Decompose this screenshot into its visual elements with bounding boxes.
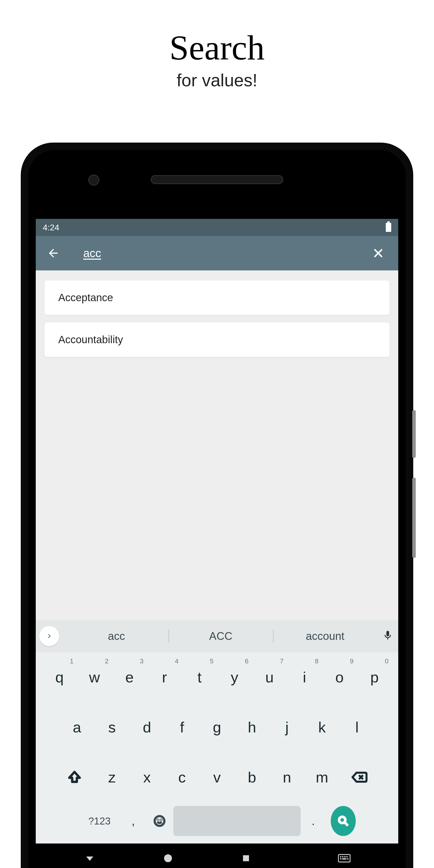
phone-side-button — [412, 478, 416, 558]
key-o[interactable]: o9 — [322, 656, 357, 699]
chevron-right-icon — [45, 632, 54, 640]
status-time: 4:24 — [43, 223, 59, 232]
key-shift[interactable] — [55, 756, 95, 799]
key-u[interactable]: u7 — [252, 656, 287, 699]
status-bar: 4:24 — [36, 219, 398, 236]
key-q[interactable]: q1 — [42, 656, 77, 699]
key-emoji[interactable] — [146, 806, 173, 836]
svg-rect-5 — [243, 855, 249, 861]
nav-recents[interactable] — [238, 851, 254, 866]
shift-icon — [67, 770, 81, 784]
close-icon — [372, 247, 384, 259]
phone-speaker — [151, 175, 283, 184]
key-comma[interactable]: , — [121, 806, 146, 836]
page-title: Search — [0, 28, 434, 68]
key-h[interactable]: h — [234, 706, 269, 748]
key-i[interactable]: i8 — [287, 656, 322, 699]
svg-rect-8 — [342, 856, 343, 858]
key-l[interactable]: l — [339, 706, 374, 748]
keyboard-row: z x c v b n m — [38, 756, 396, 799]
search-icon — [337, 815, 349, 827]
phone-side-button — [412, 410, 416, 458]
key-y[interactable]: y6 — [217, 656, 252, 699]
key-e[interactable]: e3 — [112, 656, 147, 699]
nav-back[interactable] — [82, 851, 97, 866]
square-icon — [241, 854, 251, 863]
key-period[interactable]: . — [301, 806, 326, 836]
clear-search-button[interactable] — [371, 246, 386, 261]
phone-frame: 4:24 acc Acceptance Accountability — [21, 143, 413, 868]
key-m[interactable]: m — [304, 756, 339, 799]
key-a[interactable]: a — [60, 706, 95, 748]
suggestion[interactable]: acc — [64, 627, 168, 645]
emoji-icon — [153, 814, 166, 828]
keyboard-row: ?123 , . — [38, 806, 396, 836]
microphone-icon — [382, 630, 393, 641]
nav-home[interactable] — [161, 851, 175, 866]
screen: 4:24 acc Acceptance Accountability — [36, 219, 398, 868]
key-symbols[interactable]: ?123 — [78, 806, 121, 836]
suggestion-bar: acc ACC account — [36, 620, 398, 652]
key-t[interactable]: t5 — [182, 656, 217, 699]
keyboard-row: q1 w2 e3 r4 t5 y6 u7 i8 o9 p0 — [38, 656, 396, 699]
svg-point-2 — [161, 820, 161, 820]
key-g[interactable]: g — [200, 706, 234, 748]
key-backspace[interactable] — [339, 756, 379, 799]
battery-icon — [386, 223, 391, 232]
key-j[interactable]: j — [269, 706, 304, 748]
result-item[interactable]: Acceptance — [44, 280, 390, 315]
key-d[interactable]: d — [130, 706, 165, 748]
key-f[interactable]: f — [165, 706, 200, 748]
phone-camera — [88, 175, 99, 186]
key-n[interactable]: n — [269, 756, 304, 799]
svg-point-4 — [164, 854, 172, 862]
circle-icon — [163, 853, 173, 864]
page-subtitle: for values! — [0, 70, 434, 90]
key-w[interactable]: w2 — [77, 656, 112, 699]
key-v[interactable]: v — [200, 756, 234, 799]
svg-point-1 — [158, 820, 158, 820]
results-list: Acceptance Accountability — [36, 270, 398, 620]
back-button[interactable] — [46, 246, 61, 261]
result-item[interactable]: Accountability — [44, 322, 390, 357]
svg-rect-11 — [340, 858, 341, 860]
key-b[interactable]: b — [234, 756, 269, 799]
svg-rect-10 — [346, 856, 347, 858]
key-search[interactable] — [331, 806, 356, 836]
svg-rect-7 — [340, 856, 341, 858]
key-k[interactable]: k — [304, 706, 339, 748]
key-x[interactable]: x — [130, 756, 165, 799]
expand-suggestions-button[interactable] — [39, 626, 59, 646]
keyboard-icon — [338, 854, 350, 863]
keyboard-row: a s d f g h j k l — [38, 706, 396, 748]
svg-rect-9 — [344, 856, 345, 858]
key-z[interactable]: z — [95, 756, 130, 799]
keyboard: acc ACC account q1 w2 e3 r — [36, 620, 398, 843]
app-bar: acc — [36, 236, 398, 270]
key-space[interactable] — [173, 806, 301, 836]
svg-point-3 — [339, 817, 345, 823]
svg-point-0 — [155, 816, 165, 826]
search-input[interactable]: acc — [83, 246, 371, 260]
arrow-left-icon — [47, 247, 60, 260]
svg-rect-12 — [342, 858, 346, 860]
svg-rect-13 — [347, 858, 348, 860]
android-nav-bar — [36, 843, 398, 868]
backspace-icon — [352, 771, 367, 783]
voice-input-button[interactable] — [382, 630, 395, 642]
key-r[interactable]: r4 — [147, 656, 182, 699]
key-c[interactable]: c — [165, 756, 200, 799]
key-p[interactable]: p0 — [357, 656, 392, 699]
key-s[interactable]: s — [95, 706, 130, 748]
suggestion[interactable]: ACC — [168, 627, 273, 645]
nav-keyboard-switcher[interactable] — [337, 851, 352, 866]
triangle-down-icon — [85, 853, 95, 864]
suggestion[interactable]: account — [273, 627, 377, 645]
